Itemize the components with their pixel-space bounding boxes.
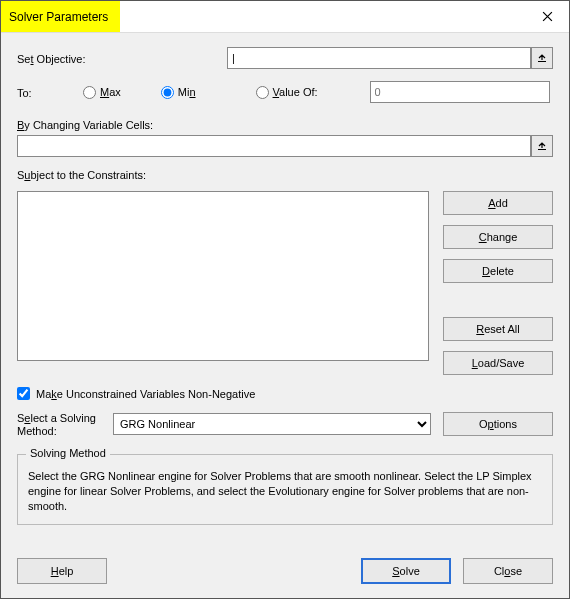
to-row: To: Max Min Value Of: [17,81,553,103]
help-button[interactable]: Help [17,558,107,584]
nonneg-label: Make Unconstrained Variables Non-Negativ… [36,388,255,400]
dialog-body: Set Objective: To: Max Min [1,33,569,548]
method-help-text: Select the GRG Nonlinear engine for Solv… [28,465,542,514]
titlebar: Solver Parameters [1,1,569,33]
dialog-footer: Help Solve Close [1,548,569,598]
radio-max[interactable]: Max [83,86,121,99]
objective-input[interactable] [227,47,531,69]
load-save-button[interactable]: Load/Save [443,351,553,375]
method-help-group: Solving Method Select the GRG Nonlinear … [17,454,553,525]
set-objective-row: Set Objective: [17,47,553,69]
constraints-section: Add Change Delete Reset All Load/Save [17,191,553,375]
close-icon[interactable] [525,1,569,32]
collapse-dialog-icon[interactable] [531,135,553,157]
nonneg-row[interactable]: Make Unconstrained Variables Non-Negativ… [17,387,553,400]
constraints-label: Subject to the Constraints: [17,167,553,181]
radio-min[interactable]: Min [161,86,196,99]
close-button[interactable]: Close [463,558,553,584]
method-select[interactable]: GRG Nonlinear [113,413,431,435]
changing-cells-input[interactable] [17,135,531,157]
method-label: Select a Solving Method: [17,410,101,438]
nonneg-checkbox[interactable] [17,387,30,400]
solver-dialog: Solver Parameters Set Objective: To: M [0,0,570,599]
changing-cells-label: By Changing Variable Cells: [17,117,553,131]
svg-rect-1 [538,149,546,150]
add-button[interactable]: Add [443,191,553,215]
solve-button[interactable]: Solve [361,558,451,584]
svg-rect-0 [538,61,546,62]
delete-button[interactable]: Delete [443,259,553,283]
constraints-list[interactable] [17,191,429,361]
to-label: To: [17,85,49,99]
method-row: Select a Solving Method: GRG Nonlinear O… [17,410,553,438]
method-help-legend: Solving Method [26,447,110,459]
value-of-input[interactable] [370,81,550,103]
change-button[interactable]: Change [443,225,553,249]
set-objective-label: Set Objective: [17,51,217,65]
changing-cells-row: By Changing Variable Cells: [17,117,553,157]
radio-value-of[interactable]: Value Of: [256,86,318,99]
constraint-buttons: Add Change Delete Reset All Load/Save [443,191,553,375]
reset-all-button[interactable]: Reset All [443,317,553,341]
window-title: Solver Parameters [1,1,120,32]
collapse-dialog-icon[interactable] [531,47,553,69]
options-button[interactable]: Options [443,412,553,436]
